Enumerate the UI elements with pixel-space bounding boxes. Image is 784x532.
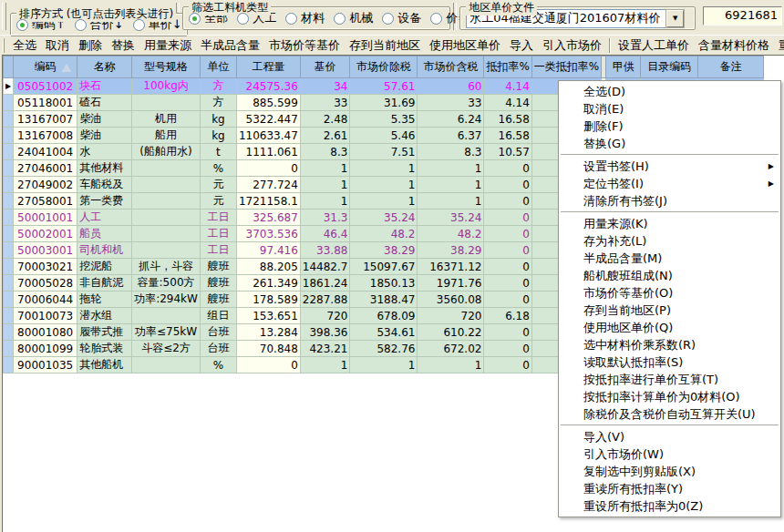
cell[interactable]: 13167008	[14, 128, 77, 144]
column-header-1[interactable]: 编码	[14, 56, 77, 78]
cell[interactable]: 工日	[200, 242, 236, 259]
cell[interactable]: 13167007	[14, 111, 77, 128]
menu-item-10[interactable]: 存为补充(L)	[559, 232, 780, 250]
toolbar-button-r2[interactable]: 重算半成品价	[774, 36, 784, 55]
cell[interactable]	[132, 160, 201, 177]
row-selector[interactable]	[4, 160, 14, 177]
cell[interactable]: 48.2	[418, 226, 484, 242]
cell[interactable]: 24575.36	[236, 78, 300, 95]
column-header-2[interactable]: 名称	[77, 56, 132, 78]
cell[interactable]: 工日	[200, 210, 236, 226]
cell[interactable]: 38.29	[350, 242, 418, 259]
cell[interactable]	[132, 177, 201, 193]
toolbar-button-3[interactable]: 替换	[107, 36, 139, 55]
cell[interactable]: 80001099	[14, 341, 77, 357]
cell[interactable]: kg	[200, 111, 236, 128]
cell[interactable]: 0	[484, 341, 531, 357]
cell[interactable]: 398.36	[300, 324, 350, 341]
cell[interactable]	[132, 226, 201, 242]
cell[interactable]: 27058001	[14, 193, 77, 210]
cell[interactable]: 3703.536	[236, 226, 300, 242]
cell[interactable]: 功率:294kW	[132, 292, 201, 308]
toolbar-button-7[interactable]: 存到当前地区	[345, 36, 425, 55]
cell[interactable]: 70010073	[14, 308, 77, 324]
cell[interactable]: 24041004	[14, 144, 77, 160]
toolbar-button-4[interactable]: 用量来源	[139, 36, 196, 55]
cell[interactable]: 35.24	[350, 210, 418, 226]
toolbar-gripper[interactable]	[2, 3, 6, 30]
column-header-14[interactable]: 备注	[698, 56, 764, 78]
radio-filter-machine[interactable]: 机械	[334, 10, 373, 26]
row-selector[interactable]	[4, 242, 14, 259]
cell[interactable]: 6.18	[484, 308, 531, 324]
row-selector[interactable]	[4, 341, 14, 357]
menu-item-16[interactable]: 选中材料价乘系数(R)	[559, 336, 780, 353]
column-header-3[interactable]: 型号规格	[132, 56, 201, 78]
cell[interactable]: 碴石	[77, 95, 132, 111]
cell[interactable]: 678.09	[350, 308, 418, 324]
cell[interactable]: 机用	[132, 111, 201, 128]
cell[interactable]: 50001001	[14, 210, 77, 226]
column-header-8[interactable]: 市场价含税	[418, 56, 484, 78]
column-header-12[interactable]: 甲供	[606, 56, 641, 78]
menu-item-12[interactable]: 船机艘班组成(N)	[559, 267, 780, 284]
cell[interactable]: 720	[300, 308, 350, 324]
menu-item-15[interactable]: 使用地区单价(Q)	[559, 319, 780, 336]
column-header-6[interactable]: 基价	[300, 56, 350, 78]
cell[interactable]: 3560.08	[418, 292, 484, 308]
cell[interactable]: 4.14	[484, 78, 531, 95]
cell[interactable]: 582.76	[350, 341, 418, 357]
cell[interactable]: 70003021	[14, 259, 77, 275]
cell[interactable]: %	[200, 160, 236, 177]
cell[interactable]: 0	[484, 324, 531, 341]
cell[interactable]: 1971.76	[418, 275, 484, 292]
cell[interactable]: 8.3	[418, 144, 484, 160]
cell[interactable]: 艘班	[200, 292, 236, 308]
cell[interactable]: 功率≤75kW	[132, 324, 201, 341]
cell[interactable]: 46.4	[300, 226, 350, 242]
cell[interactable]: 534.61	[350, 324, 418, 341]
cell[interactable]: 拖轮	[77, 292, 132, 308]
cell[interactable]: 0	[484, 292, 531, 308]
cell[interactable]: 34	[300, 78, 350, 95]
cell[interactable]: 1861.24	[300, 275, 350, 292]
column-header-9[interactable]: 抵扣率%	[484, 56, 531, 78]
cell[interactable]: 履带式推	[77, 324, 132, 341]
toolbar-button-1[interactable]: 取消	[41, 36, 74, 55]
row-selector[interactable]	[4, 210, 14, 226]
cell[interactable]: 610.22	[418, 324, 484, 341]
cell[interactable]: 2287.88	[300, 292, 350, 308]
menu-item-3[interactable]: 替换(G)	[559, 135, 780, 152]
cell[interactable]: 4.14	[484, 95, 531, 111]
cell[interactable]: 容量:500方	[132, 275, 201, 292]
toolbar-button-r1[interactable]: 含量材料价格	[694, 36, 774, 55]
cell[interactable]: 16.58	[484, 128, 531, 144]
cell[interactable]: 挖泥船	[77, 259, 132, 275]
cell[interactable]: 5.35	[350, 111, 418, 128]
row-selector[interactable]	[4, 177, 14, 193]
cell[interactable]: 1	[350, 160, 418, 177]
cell[interactable]: 720	[418, 308, 484, 324]
cell[interactable]: 车船税及	[77, 177, 132, 193]
cell[interactable]: 1	[300, 357, 350, 373]
cell[interactable]: 0	[484, 259, 531, 275]
cell[interactable]: 块石	[77, 78, 132, 95]
cell[interactable]: 其他船机	[77, 357, 132, 373]
cell[interactable]: 1	[418, 160, 484, 177]
cell[interactable]: 柴油	[77, 128, 132, 144]
cell[interactable]: 16.58	[484, 111, 531, 128]
cell[interactable]: 97.416	[236, 242, 300, 259]
cell[interactable]: 31.3	[300, 210, 350, 226]
cell[interactable]: 方	[200, 95, 236, 111]
cell[interactable]: 38.29	[418, 242, 484, 259]
row-selector[interactable]	[4, 324, 14, 341]
row-selector[interactable]	[4, 95, 14, 111]
cell[interactable]: 14482.7	[300, 259, 350, 275]
cell[interactable]: 0	[484, 210, 531, 226]
menu-item-1[interactable]: 取消(E)	[559, 100, 780, 118]
cell[interactable]: 1	[300, 160, 350, 177]
menu-item-18[interactable]: 按抵扣率进行单价互算(T)	[559, 371, 780, 388]
row-selector[interactable]	[4, 144, 14, 160]
cell[interactable]: 261.349	[236, 275, 300, 292]
toolbar-button-5[interactable]: 半成品含量	[196, 36, 264, 55]
